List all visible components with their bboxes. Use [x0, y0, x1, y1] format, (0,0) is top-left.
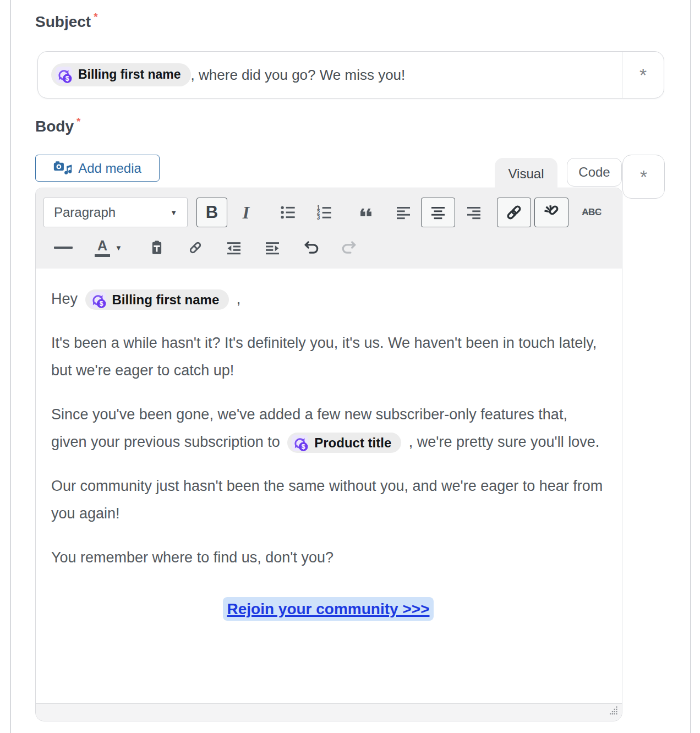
paragraph-style-select[interactable]: Paragraph ▼ — [43, 198, 188, 227]
bulleted-list-button[interactable] — [275, 198, 301, 227]
blockquote-button[interactable] — [353, 198, 379, 227]
merge-sync-icon: $ — [56, 67, 72, 83]
paste-as-text-button[interactable] — [144, 234, 170, 261]
add-media-button[interactable]: Add media — [35, 155, 160, 182]
body-label: Body* — [35, 118, 80, 135]
align-left-button[interactable] — [390, 198, 417, 227]
editor-content-area[interactable]: Hey $ Billing first name — [36, 269, 622, 702]
align-right-button[interactable] — [461, 198, 487, 227]
numbered-list-icon: 1 2 3 — [315, 204, 333, 221]
svg-text:3: 3 — [317, 215, 320, 221]
rejoin-community-link[interactable]: Rejoin your community >>> — [223, 597, 434, 621]
subject-text: , where did you go? We miss you! — [191, 67, 406, 84]
bold-button[interactable]: B — [196, 198, 227, 227]
tab-code[interactable]: Code — [567, 158, 622, 187]
blockquote-icon — [357, 203, 375, 222]
add-media-label: Add media — [78, 161, 141, 176]
clear-formatting-button[interactable] — [182, 234, 209, 261]
italic-button[interactable]: I — [232, 198, 260, 227]
cta-paragraph: Rejoin your community >>> — [51, 595, 605, 623]
horizontal-rule-button[interactable] — [50, 234, 76, 261]
subject-label: Subject* — [35, 13, 98, 31]
link-button[interactable] — [497, 198, 531, 227]
chevron-down-icon: ▼ — [115, 244, 122, 252]
merge-tag-label: Billing first name — [78, 67, 181, 83]
link-icon — [505, 203, 523, 222]
outdent-icon — [225, 239, 243, 256]
merge-sync-icon: $ — [292, 435, 308, 451]
align-right-icon — [465, 204, 483, 221]
italic-icon: I — [243, 203, 249, 223]
unlink-icon — [542, 203, 561, 222]
undo-icon — [303, 239, 321, 256]
editor-toolbar: Paragraph ▼ B I 1 2 3 — [36, 188, 622, 269]
redo-icon — [340, 239, 357, 256]
subject-personalize-button[interactable]: * — [622, 52, 664, 98]
subject-input[interactable]: $ Billing first name , where did you go?… — [38, 52, 622, 98]
unlink-button[interactable] — [534, 198, 568, 227]
body-label-text: Body — [35, 118, 74, 135]
required-asterisk: * — [94, 11, 97, 23]
merge-tag-label: Product title — [314, 434, 391, 451]
eraser-icon — [187, 239, 204, 256]
bulleted-list-icon — [279, 204, 297, 221]
strikethrough-button[interactable]: ABC — [576, 198, 607, 227]
numbered-list-button[interactable]: 1 2 3 — [311, 198, 337, 227]
align-center-button[interactable] — [421, 198, 455, 227]
body-editor: Paragraph ▼ B I 1 2 3 — [35, 188, 622, 721]
paste-as-text-icon — [149, 239, 165, 256]
greeting-paragraph: Hey $ Billing first name — [51, 285, 605, 313]
redo-button[interactable] — [335, 234, 362, 261]
align-left-icon — [395, 204, 412, 221]
paragraph-select-value: Paragraph — [54, 205, 116, 220]
undo-button[interactable] — [299, 234, 325, 261]
align-center-icon — [429, 204, 447, 221]
svg-text:$: $ — [65, 75, 69, 83]
svg-text:$: $ — [99, 300, 103, 308]
subject-label-text: Subject — [35, 13, 91, 30]
merge-sync-icon: $ — [90, 292, 106, 308]
resize-grip[interactable] — [604, 705, 618, 718]
editor-statusbar — [36, 703, 622, 721]
editor-paragraph: You remember where to find us, don't you… — [51, 544, 605, 571]
paragraph-text: , we're pretty sure you'll love. — [409, 434, 599, 450]
svg-text:$: $ — [302, 443, 305, 451]
indent-icon — [264, 239, 281, 256]
subject-input-group: $ Billing first name , where did you go?… — [37, 51, 664, 99]
add-media-icon — [53, 160, 72, 177]
horizontal-rule-icon — [54, 247, 73, 249]
greeting-suffix: , — [237, 291, 241, 307]
text-color-icon: A — [95, 239, 110, 257]
body-personalize-button[interactable]: * — [622, 155, 665, 199]
editor-paragraph: Since you've been gone, we've added a fe… — [51, 401, 605, 456]
bold-icon: B — [206, 203, 218, 222]
toolbar-row-1: Paragraph ▼ B I 1 2 3 — [43, 196, 614, 229]
text-color-button[interactable]: A ▼ — [88, 234, 129, 261]
editor-paragraph: Our community just hasn't been the same … — [51, 472, 605, 527]
toolbar-row-2: A ▼ — [43, 233, 614, 262]
tab-visual[interactable]: Visual — [495, 158, 557, 190]
merge-tag-billing-first-name[interactable]: $ Billing first name — [51, 63, 191, 86]
greeting-prefix: Hey — [51, 291, 78, 307]
outdent-button[interactable] — [221, 234, 247, 261]
merge-tag-label: Billing first name — [112, 291, 220, 308]
chevron-down-icon: ▼ — [170, 209, 177, 217]
strikethrough-icon: ABC — [582, 207, 601, 218]
merge-tag-billing-first-name[interactable]: $ Billing first name — [85, 289, 229, 310]
required-asterisk: * — [76, 116, 80, 127]
indent-button[interactable] — [259, 234, 286, 261]
merge-tag-product-title[interactable]: $ Product title — [287, 433, 401, 453]
editor-paragraph: It's been a while hasn't it? It's defini… — [51, 329, 605, 384]
